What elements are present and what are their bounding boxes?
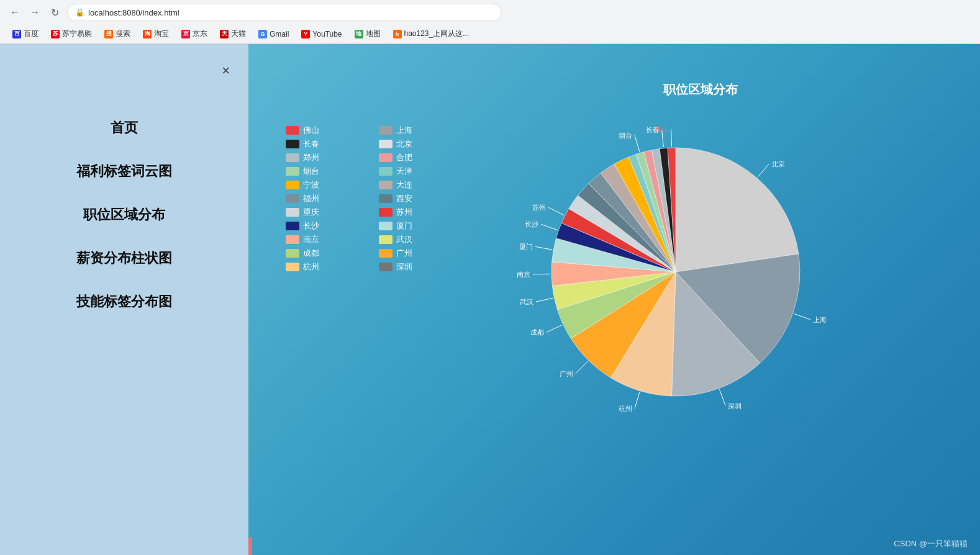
pie-label: 佛山 bbox=[655, 125, 669, 133]
legend-color-box bbox=[379, 126, 392, 135]
bookmark-item[interactable]: 天天猫 bbox=[215, 27, 251, 40]
legend-label: 烟台 bbox=[303, 166, 319, 177]
bookmark-label: Gmail bbox=[270, 30, 289, 38]
bookmark-item[interactable]: 京京东 bbox=[176, 27, 212, 40]
legend-item: 武汉 bbox=[379, 234, 460, 245]
legend-item: 南京 bbox=[286, 234, 366, 245]
refresh-button[interactable]: ↻ bbox=[47, 5, 62, 20]
legend-item: 成都 bbox=[286, 248, 366, 259]
browser-toolbar: ← → ↻ 🔒 localhost:8080/index.html bbox=[0, 0, 980, 25]
bookmark-item[interactable]: 苏苏宁易购 bbox=[46, 27, 97, 40]
legend-item: 长沙 bbox=[286, 220, 366, 232]
pie-label: 成都 bbox=[530, 328, 544, 336]
legend-label: 杭州 bbox=[303, 261, 319, 273]
bookmark-item[interactable]: 地地图 bbox=[350, 27, 386, 40]
nav-item-home[interactable]: 首页 bbox=[111, 119, 138, 137]
nav-item-skills[interactable]: 技能标签分布图 bbox=[76, 292, 172, 311]
legend-label: 南京 bbox=[303, 234, 319, 245]
bookmark-label: 淘宝 bbox=[154, 29, 169, 39]
pie-label: 上海 bbox=[813, 316, 827, 323]
pie-label: 武汉 bbox=[520, 298, 533, 305]
bookmark-label: 苏宁易购 bbox=[62, 29, 92, 39]
legend-label: 成都 bbox=[303, 248, 319, 259]
legend-item: 广州 bbox=[379, 248, 460, 259]
legend-label: 天津 bbox=[396, 166, 412, 177]
url-text: localhost:8080/index.html bbox=[88, 8, 179, 17]
bookmark-label: 搜索 bbox=[116, 29, 130, 39]
chart-area: 职位区域分布 北京上海深圳杭州广州成都武汉南京厦门长沙苏州烟台长春佛山 bbox=[458, 81, 943, 429]
main-content: 佛山上海长春北京郑州合肥烟台天津宁波大连福州西安重庆苏州长沙厦门南京武汉成都广州… bbox=[248, 44, 980, 555]
bookmark-label: 京东 bbox=[193, 29, 207, 39]
pie-label: 苏州 bbox=[532, 204, 546, 211]
legend-color-box bbox=[286, 235, 299, 244]
footer-text: CSDN @一只笨猫猫 bbox=[894, 538, 968, 549]
bookmark-label: 地图 bbox=[366, 29, 381, 39]
legend-label: 合肥 bbox=[396, 152, 412, 163]
close-button[interactable]: × bbox=[222, 63, 230, 79]
pie-label-line bbox=[635, 392, 640, 408]
legend-color-box bbox=[379, 208, 392, 217]
bookmarks-bar: 百百度苏苏宁易购搜搜索淘淘宝京京东天天猫GGmailYYouTube地地图hha… bbox=[0, 25, 980, 43]
legend-label: 长春 bbox=[303, 138, 319, 150]
bookmark-item[interactable]: 淘淘宝 bbox=[138, 27, 174, 40]
legend-color-box bbox=[286, 126, 299, 135]
legend-item: 福州 bbox=[286, 193, 366, 204]
forward-button[interactable]: → bbox=[27, 5, 42, 20]
legend-item: 郑州 bbox=[286, 152, 366, 163]
bookmark-item[interactable]: 百百度 bbox=[7, 27, 43, 40]
legend-color-box bbox=[379, 263, 392, 271]
nav-item-welfare[interactable]: 福利标签词云图 bbox=[76, 162, 172, 181]
pie-label-line bbox=[794, 314, 810, 319]
legend-label: 福州 bbox=[303, 193, 319, 204]
bookmark-item[interactable]: YYouTube bbox=[296, 29, 347, 40]
legend-color-box bbox=[286, 263, 299, 271]
legend-color-box bbox=[379, 167, 392, 176]
legend-item: 宁波 bbox=[286, 179, 366, 191]
legend-color-box bbox=[379, 235, 392, 244]
pie-label-line bbox=[758, 164, 769, 177]
legend-label: 苏州 bbox=[396, 207, 412, 218]
browser-chrome: ← → ↻ 🔒 localhost:8080/index.html 百百度苏苏宁… bbox=[0, 0, 980, 44]
legend-color-box bbox=[379, 153, 392, 162]
legend-color-box bbox=[379, 194, 392, 203]
pie-chart: 北京上海深圳杭州广州成都武汉南京厦门长沙苏州烟台长春佛山 bbox=[458, 111, 893, 421]
legend-label: 重庆 bbox=[303, 207, 319, 218]
legend-label: 北京 bbox=[396, 138, 412, 150]
pie-label-line bbox=[536, 298, 553, 302]
address-bar[interactable]: 🔒 localhost:8080/index.html bbox=[67, 4, 502, 21]
legend-label: 宁波 bbox=[303, 179, 319, 191]
legend-label: 深圳 bbox=[396, 261, 412, 273]
legend-label: 郑州 bbox=[303, 152, 319, 163]
legend-label: 广州 bbox=[396, 248, 412, 259]
legend-color-box bbox=[286, 222, 299, 230]
legend-label: 佛山 bbox=[303, 125, 319, 136]
legend-label: 上海 bbox=[396, 125, 412, 136]
legend-item: 长春 bbox=[286, 138, 366, 150]
legend-color-box bbox=[286, 181, 299, 189]
legend-item: 深圳 bbox=[379, 261, 460, 273]
bookmark-label: hao123_上网从这... bbox=[404, 29, 470, 39]
pie-label-line bbox=[719, 389, 725, 405]
pie-label: 杭州 bbox=[618, 405, 632, 412]
pie-label: 南京 bbox=[517, 271, 530, 278]
legend-item: 佛山 bbox=[286, 125, 366, 136]
pie-label-line bbox=[541, 224, 557, 230]
nav-item-salary[interactable]: 薪资分布柱状图 bbox=[76, 249, 172, 268]
legend-color-box bbox=[379, 140, 392, 148]
legend-color-box bbox=[286, 140, 299, 148]
nav-item-region[interactable]: 职位区域分布 bbox=[83, 205, 165, 224]
bookmark-item[interactable]: 搜搜索 bbox=[99, 27, 135, 40]
lock-icon: 🔒 bbox=[75, 8, 84, 17]
pie-label-line bbox=[547, 325, 562, 333]
bookmark-item[interactable]: hhao123_上网从这... bbox=[388, 27, 474, 40]
legend-label: 长沙 bbox=[303, 220, 319, 232]
bookmark-item[interactable]: GGmail bbox=[253, 29, 294, 40]
legend-item: 上海 bbox=[379, 125, 460, 136]
scrollbar[interactable] bbox=[248, 537, 252, 555]
pie-label-line bbox=[548, 207, 564, 215]
pie-label: 广州 bbox=[560, 370, 573, 377]
legend-item: 天津 bbox=[379, 166, 460, 177]
pie-label: 北京 bbox=[771, 160, 785, 168]
pie-label-line bbox=[671, 129, 672, 147]
back-button[interactable]: ← bbox=[7, 5, 22, 20]
